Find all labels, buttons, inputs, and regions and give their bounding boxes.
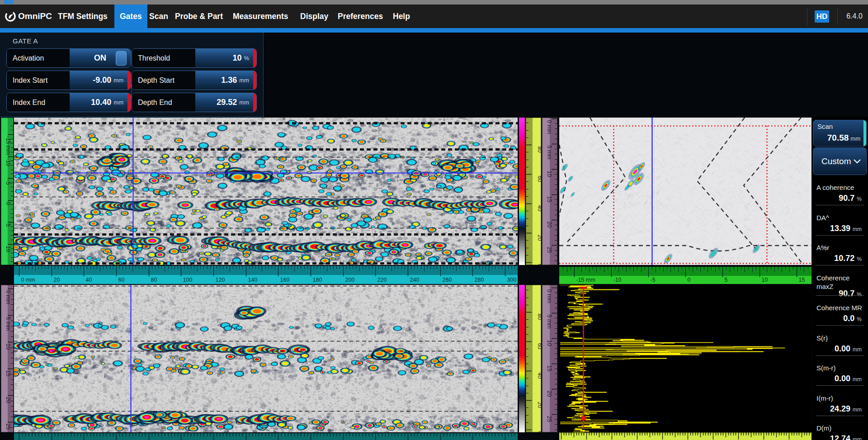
accent-underline [0,28,868,33]
ascan-view[interactable] [559,285,811,432]
gate-depth-start-value: 1.36mm [195,71,257,90]
reading-divider [816,265,864,265]
hd-badge: HD [815,10,829,23]
reading-label: Coherence MR [816,303,864,312]
gate-threshold-label: Threshold [132,49,195,67]
gate-index-end-label: Index End [7,93,70,112]
preset-value: Custom [821,156,851,166]
gate-depth-end-button[interactable]: Depth End29.52mm [132,93,257,112]
reading-label: A coherence [816,183,864,192]
reading-divider [816,416,864,416]
measurement-panel: Scan 70.58mm Custom A coherence90.7%DA^1… [812,117,868,440]
menu-item-preferences[interactable]: Preferences [338,5,383,28]
preset-dropdown[interactable]: Custom [813,147,867,175]
reading-divider [816,325,864,326]
gate-depth-start-button[interactable]: Depth Start1.36mm [132,71,257,90]
menu-item-display[interactable]: Display [300,5,328,28]
scan-ruler-bottom [14,433,518,440]
gate-panel-title: GATE A [13,37,38,45]
reading-value: 0.00mm [816,374,864,383]
ascan-depth-ruler-bottom [559,432,811,440]
menubar-divider [837,8,838,25]
reading-label: S(r) [816,334,864,343]
reading-d-m-: D(m)12.74mm [816,424,864,440]
index-ruler-left [1,118,14,265]
cscan-view[interactable] [14,118,518,265]
depth-ruler-left [1,285,14,432]
scan-position-button[interactable]: Scan 70.58mm [813,120,867,147]
omnipc-logo-icon [5,10,16,22]
menu-item-help[interactable]: Help [393,5,410,28]
reading-a-coherence: A coherence90.7% [816,183,864,203]
gate-depth-start-stripe [253,71,256,90]
reading-value: 0.00mm [816,344,864,354]
gate-activation-label: Activation [7,49,70,67]
menu-item-measurements[interactable]: Measurements [233,5,288,28]
amplitude-colorbar-bottom [519,285,525,432]
menu-item-scan[interactable]: Scan [149,5,168,28]
gate-depth-end-value: 29.52mm [195,93,257,112]
reading-label: I(m-r) [816,394,864,403]
gate-depth-end-stripe [253,93,256,112]
amplitude-ruler-bottom [526,285,541,432]
scan-stripe [863,120,866,146]
reading-label: DA^ [816,213,864,222]
chevron-down-icon [854,159,861,164]
gate-index-start-label: Index Start [7,71,70,90]
bscan-view[interactable] [14,285,518,432]
reading-label: D(m) [816,424,864,433]
reading-i-m-r-: I(m-r)24.29mm [816,394,864,414]
activation-stepper-edge [121,81,132,101]
reading-coherence-maxz: Coherence maxZ90.7% [816,274,864,298]
reading-a-r: A%r10.72% [816,243,864,263]
window-title-strip [0,0,868,5]
end-view[interactable] [559,118,811,265]
reading-divider [816,205,864,205]
app-icon [4,0,14,4]
menu-bar: OmniPC TFM SettingsGatesScanProbe & Part… [0,5,868,28]
reading-divider [816,295,864,296]
gate-depth-end-label: Depth End [132,93,195,112]
reading-value: 90.7% [816,194,864,203]
scan-value: 70.58mm [827,133,860,143]
gate-a-panel: GATE A ActivationONThreshold10%Index Sta… [0,33,264,117]
gate-threshold-value: 10% [195,49,257,67]
reading-label: Coherence maxZ [816,274,858,291]
reading-value: 10.72% [816,254,864,263]
gate-activation-button[interactable]: ActivationON [6,48,131,68]
amplitude-colorbar [519,118,525,265]
gate-depth-start-label: Depth Start [132,71,195,90]
menu-item-probe-part[interactable]: Probe & Part [175,5,223,28]
reading-divider [816,235,864,236]
gate-index-start-button[interactable]: Index Start-9.00mm [6,71,131,90]
reading-value: 12.74mm [816,434,864,440]
reading-divider [816,385,864,386]
index-ruler-horizontal [559,267,811,284]
reading-divider [816,355,864,356]
version-label: 6.4.0 [842,5,867,28]
menu-item-tfm-settings[interactable]: TFM Settings [58,5,108,28]
reading-label: A%r [816,243,864,252]
omnipc-window: OmniPC TFM SettingsGatesScanProbe & Part… [0,0,868,440]
reading-value: 24.29mm [816,404,864,414]
reading-value: 13.39mm [816,224,864,233]
reading-coherence-mr: Coherence MR0.0% [816,303,864,323]
menubar-divider [807,8,807,25]
reading-s-r-: S(r)0.00mm [816,334,864,354]
menu-item-gates[interactable]: Gates [114,5,147,28]
depth-ruler-bottom-right [542,285,557,432]
scan-label: Scan [817,123,833,130]
gate-threshold-button[interactable]: Threshold10% [132,48,257,68]
brand-omnipc: OmniPC [18,5,52,28]
amplitude-ruler [526,118,541,265]
gate-index-end-button[interactable]: Index End10.40mm [6,93,131,112]
gate-activation-toggle[interactable] [116,51,127,66]
reading-label: S(m-r) [816,364,864,373]
scan-ruler [14,266,518,284]
depth-ruler-top-right [542,118,557,265]
gate-threshold-stripe [253,49,256,67]
reading-da-: DA^13.39mm [816,213,864,233]
reading-s-m-r-: S(m-r)0.00mm [816,364,864,383]
reading-value: 0.0% [816,314,864,323]
